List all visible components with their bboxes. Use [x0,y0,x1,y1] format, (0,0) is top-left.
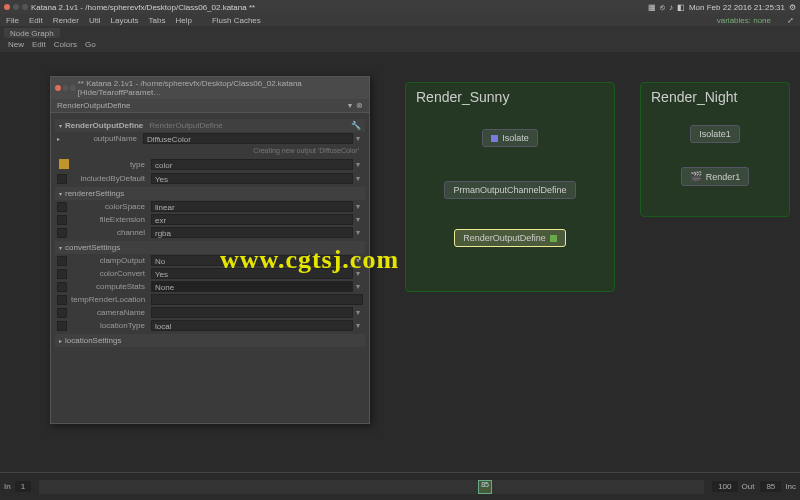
disclosure-icon[interactable]: ▸ [57,135,60,142]
fileext-field[interactable]: exr [151,214,353,225]
checkbox[interactable] [57,215,67,225]
wrench-icon[interactable]: 🔧 [351,121,361,130]
node-isolate[interactable]: Isolate [482,129,538,147]
tray-icon[interactable]: ⎋ [660,3,665,12]
minimize-icon[interactable] [13,4,19,10]
window-title: Katana 2.1v1 - /home/spherevfx/Desktop/C… [31,3,255,12]
dropdown-icon[interactable]: ▾ [353,174,363,183]
tab-bar: Node Graph [0,26,800,40]
nodegraph-menubar: New Edit Colors Go [0,40,800,52]
checkbox[interactable] [57,174,67,184]
maximize-icon[interactable] [70,85,76,91]
timeline-out-field[interactable]: 100 [712,481,737,492]
outputname-field[interactable]: DiffuseColor [143,133,353,144]
temploc-field[interactable] [151,294,363,305]
disclosure-icon[interactable]: ▸ [59,337,62,344]
param-type: type color ▾ [55,156,365,172]
close-icon[interactable] [55,85,61,91]
menu-edit[interactable]: Edit [29,16,43,25]
dropdown-icon[interactable]: ▾ [353,134,363,143]
flush-caches[interactable]: Flush Caches [212,16,261,25]
checkbox[interactable] [57,269,67,279]
colorspace-field[interactable]: linear [151,201,353,212]
checkbox[interactable] [57,202,67,212]
type-field[interactable]: color [151,159,353,170]
timeline-cur-field[interactable]: 85 [760,481,781,492]
disclosure-icon[interactable]: ▾ [59,122,62,129]
gear-icon[interactable]: ⚙ [789,3,796,12]
dropdown-icon[interactable]: ▾ [353,282,363,291]
panel-tab[interactable]: RenderOutputDefine ▾ ⊗ [51,99,369,113]
dropdown-icon[interactable]: ▾ [353,228,363,237]
dropdown-icon[interactable]: ▾ [353,202,363,211]
node-graph-canvas[interactable]: Render_Sunny Isolate PrmanOutputChannelD… [0,52,800,482]
tray-icon[interactable]: ▦ [648,3,656,12]
section-renderersettings[interactable]: ▾rendererSettings [55,187,365,200]
checkbox[interactable] [57,228,67,238]
menu-file[interactable]: File [6,16,19,25]
checkbox[interactable] [57,308,67,318]
node-isolate1[interactable]: Isolate1 [690,125,740,143]
timeline-in-label: In [4,482,11,491]
param-included: includedByDefault Yes ▾ [55,172,365,185]
menu-util[interactable]: Util [89,16,101,25]
dropdown-icon[interactable]: ▾ [353,160,363,169]
clapper-icon: 🎬 [690,171,702,182]
group-render-sunny[interactable]: Render_Sunny Isolate PrmanOutputChannelD… [405,82,615,292]
ng-go[interactable]: Go [85,40,96,52]
node-render1[interactable]: 🎬Render1 [681,167,750,186]
checkbox[interactable] [57,295,67,305]
timeline-inc-label: Inc [785,482,796,491]
node-prman-output[interactable]: PrmanOutputChannelDefine [444,181,575,199]
section-locationsettings[interactable]: ▸locationSettings [55,334,365,347]
node-render-output-define[interactable]: RenderOutputDefine [454,229,566,247]
color-chip[interactable] [59,159,69,169]
ng-new[interactable]: New [8,40,24,52]
node-header[interactable]: ▾ RenderOutputDefine RenderOutputDefine … [55,119,365,132]
timeline[interactable]: In 1 85 100 Out 85 Inc [0,472,800,500]
checkbox[interactable] [57,256,67,266]
expand-icon[interactable]: ⤢ [787,16,794,25]
ng-colors[interactable]: Colors [54,40,77,52]
included-field[interactable]: Yes [151,173,353,184]
menu-render[interactable]: Render [53,16,79,25]
minimize-icon[interactable] [63,85,69,91]
disclosure-icon[interactable]: ▾ [59,190,62,197]
panel-title-text: ** Katana 2.1v1 - /home/spherevfx/Deskto… [78,79,365,97]
menu-layouts[interactable]: Layouts [111,16,139,25]
param-outputname: ▸ outputName DiffuseColor ▾ [55,132,365,145]
clock: Mon Feb 22 2016 21:25:31 [689,3,785,12]
checkbox[interactable] [57,282,67,292]
computestats-field[interactable]: None [151,281,353,292]
tray-icon[interactable]: ♪ [669,3,673,12]
creating-note: Creating new output 'DiffuseColor' [55,145,365,156]
maximize-icon[interactable] [22,4,28,10]
dropdown-icon[interactable]: ▾ [353,215,363,224]
timeline-out-label: Out [742,482,755,491]
app-menubar: File Edit Render Util Layouts Tabs Help … [0,14,800,26]
panel-body: ▾ RenderOutputDefine RenderOutputDefine … [51,113,369,351]
panel-titlebar[interactable]: ** Katana 2.1v1 - /home/spherevfx/Deskto… [51,77,369,99]
os-tray: ▦ ⎋ ♪ ◧ Mon Feb 22 2016 21:25:31 ⚙ [648,0,796,14]
menu-tabs[interactable]: Tabs [149,16,166,25]
tab-close-icon[interactable]: ⊗ [356,101,363,110]
locationtype-field[interactable]: local [151,320,353,331]
variables-indicator[interactable]: variables: none [717,16,771,25]
group-render-night[interactable]: Render_Night Isolate1 🎬Render1 [640,82,790,217]
menu-help[interactable]: Help [175,16,191,25]
tab-nodegraph[interactable]: Node Graph [4,28,60,38]
channel-field[interactable]: rgba [151,227,353,238]
tray-icon[interactable]: ◧ [677,3,685,12]
timeline-playhead[interactable]: 85 [478,480,492,494]
close-icon[interactable] [4,4,10,10]
tab-menu-icon[interactable]: ▾ [348,101,352,110]
checkbox[interactable] [57,321,67,331]
group-title: Render_Night [641,83,789,111]
dropdown-icon[interactable]: ▾ [353,321,363,330]
disclosure-icon[interactable]: ▾ [59,244,62,251]
ng-edit[interactable]: Edit [32,40,46,52]
dropdown-icon[interactable]: ▾ [353,308,363,317]
timeline-in-field[interactable]: 1 [15,481,31,492]
timeline-track[interactable]: 85 [39,480,704,494]
cameraname-field[interactable] [151,307,353,318]
